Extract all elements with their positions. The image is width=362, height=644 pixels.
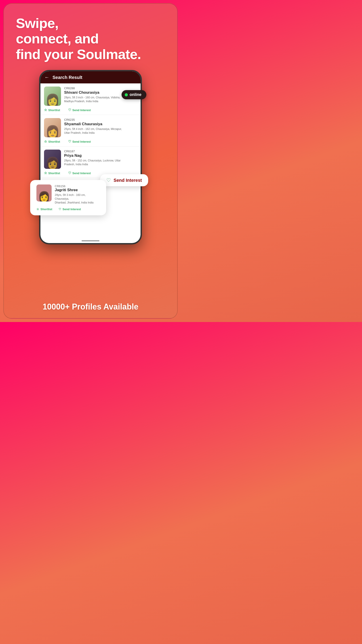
shortlist-label-3: Shortlist <box>48 172 60 175</box>
heart-popup-icon2: ♡ <box>58 208 61 211</box>
avatar-2: 👩 <box>44 118 61 137</box>
screen-title: Search Result <box>52 75 82 80</box>
heart-icon-3: ♡ <box>68 171 71 175</box>
send-interest-label-2: Send Interest <box>72 140 91 143</box>
shortlist-popup-shortlist-btn[interactable]: ☆ Shortlist <box>36 208 52 211</box>
send-interest-btn-3[interactable]: ♡ Send Interest <box>68 171 91 175</box>
profile-list: 👩 CR6288 Shivani Chourasiya 29yrs, 5ft 3… <box>40 84 141 243</box>
heart-popup-icon: ♡ <box>106 177 111 183</box>
heart-icon-2: ♡ <box>68 140 71 144</box>
headline-text: Swipe,connect, andfind your Soulmate. <box>16 16 165 62</box>
profile-id-1: CR6288 <box>64 86 137 90</box>
shortlist-popup-details: 29yrs, 5ft 3 inch - 160 cm, Chaurasiya,D… <box>55 193 100 204</box>
profile-info-2: CR6235 Shyamali Chaurasiya 25yrs, 5ft 4 … <box>64 118 137 135</box>
star-icon-3: ☆ <box>44 171 47 175</box>
headline-section: Swipe,connect, andfind your Soulmate. <box>4 4 177 62</box>
send-interest-popup-label: Send Interest <box>113 178 142 183</box>
shortlist-popup-label: Shortlist <box>40 208 52 211</box>
star-icon-2: ☆ <box>44 140 47 144</box>
home-indicator <box>81 240 99 241</box>
shortlist-popup-avatar: 👩 <box>36 184 52 202</box>
send-interest-label-1: Send Interest <box>72 108 91 112</box>
send-interest-popup[interactable]: ♡ Send Interest <box>100 174 148 186</box>
shortlist-btn-3[interactable]: ☆ Shortlist <box>44 171 60 175</box>
shortlist-popup: 👩 CR6156 Jagriti Shree 29yrs, 5ft 3 inch… <box>30 180 106 215</box>
online-indicator <box>125 93 128 96</box>
shortlist-label-1: Shortlist <box>48 108 60 112</box>
avatar-3: 👩 <box>44 150 61 169</box>
app-topbar: ← Search Result <box>40 71 141 84</box>
back-button[interactable]: ← <box>44 74 49 80</box>
shortlist-popup-id: CR6156 <box>55 184 100 188</box>
profile-details-3: 29yrs, 5ft - 152 cm, Chaurasiya, Lucknow… <box>64 159 137 166</box>
star-popup-icon: ☆ <box>36 208 39 211</box>
heart-icon-1: ♡ <box>68 108 71 112</box>
profile-id-3: CR6187 <box>64 150 137 153</box>
send-interest-btn-1[interactable]: ♡ Send Interest <box>68 108 91 112</box>
shortlist-label-2: Shortlist <box>48 140 60 143</box>
shortlist-btn-2[interactable]: ☆ Shortlist <box>44 140 60 144</box>
profile-name-2: Shyamali Chaurasiya <box>64 122 137 126</box>
avatar-1: 👩 <box>44 86 61 106</box>
profile-card-3: 👩 CR6187 Priya Nag 29yrs, 5ft - 152 cm, … <box>40 146 141 178</box>
send-interest-label-3: Send Interest <box>72 172 91 175</box>
shortlist-popup-info: CR6156 Jagriti Shree 29yrs, 5ft 3 inch -… <box>55 184 100 204</box>
star-icon-1: ☆ <box>44 108 47 112</box>
shortlist-popup-interest-btn[interactable]: ♡ Send Interest <box>58 208 81 211</box>
main-card: Swipe,connect, andfind your Soulmate. on… <box>3 3 178 319</box>
shortlist-popup-interest-label: Send Interest <box>62 208 81 211</box>
bottom-text: 10000+ Profiles Available <box>4 302 177 312</box>
shortlist-popup-name: Jagriti Shree <box>55 188 100 192</box>
online-badge: online <box>122 90 146 99</box>
phone-wrapper: online ← Search Result 👩 <box>39 70 142 244</box>
profile-name-3: Priya Nag <box>64 154 137 158</box>
profile-card-2: 👩 CR6235 Shyamali Chaurasiya 25yrs, 5ft … <box>40 115 141 146</box>
online-label: online <box>130 92 141 97</box>
shortlist-btn-1[interactable]: ☆ Shortlist <box>44 108 60 112</box>
profile-details-2: 25yrs, 5ft 4 inch - 162 cm, Chaurasiya, … <box>64 127 137 135</box>
send-interest-btn-2[interactable]: ♡ Send Interest <box>68 140 91 144</box>
profile-id-2: CR6235 <box>64 118 137 122</box>
profile-info-3: CR6187 Priya Nag 29yrs, 5ft - 152 cm, Ch… <box>64 150 137 166</box>
